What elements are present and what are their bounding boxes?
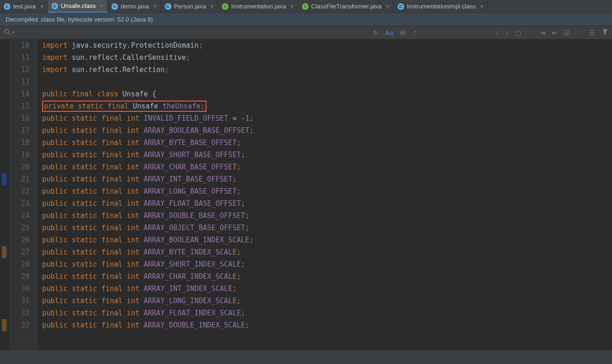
code-line[interactable]: import sun.reflect.CallerSensitive; bbox=[42, 51, 612, 64]
code-line[interactable]: public static final int ARRAY_FLOAT_BASE… bbox=[42, 197, 612, 210]
line-number: 24 bbox=[10, 210, 29, 222]
line-number: 13 bbox=[10, 76, 29, 88]
export-icon[interactable]: ▢ bbox=[515, 29, 521, 36]
tabs-bar: Ctest.java×CUnsafe.class×Cdemo.java×CPer… bbox=[0, 0, 612, 13]
code-line[interactable]: public static final int ARRAY_BYTE_BASE_… bbox=[42, 137, 612, 149]
line-number: 16 bbox=[10, 112, 29, 124]
refresh-icon[interactable]: ↻ bbox=[373, 29, 378, 36]
line-number: 15 bbox=[10, 100, 29, 112]
line-number: 18 bbox=[10, 137, 29, 149]
close-icon[interactable]: × bbox=[40, 3, 44, 10]
file-icon: C bbox=[398, 3, 404, 10]
code-editor[interactable]: 1011121314151617181920212223242526272829… bbox=[0, 39, 612, 350]
file-icon: C bbox=[165, 3, 171, 10]
code-line[interactable]: public static final int ARRAY_INT_INDEX_… bbox=[42, 283, 612, 295]
line-number: 20 bbox=[10, 161, 29, 173]
line-number: 19 bbox=[10, 149, 29, 161]
close-icon[interactable]: × bbox=[480, 3, 484, 10]
code-line[interactable]: import java.security.ProtectionDomain; bbox=[42, 39, 612, 51]
match-case-button[interactable]: Aa bbox=[385, 29, 393, 36]
inspect-icon[interactable]: ⇥ bbox=[540, 29, 546, 36]
line-number: 11 bbox=[10, 51, 29, 64]
tab-label: Unsafe.class bbox=[61, 2, 96, 9]
code-line[interactable] bbox=[42, 76, 612, 88]
highlighted-line: private static final Unsafe theUnsafe; bbox=[42, 101, 206, 112]
file-icon: C bbox=[4, 3, 10, 10]
code-line[interactable]: public final class Unsafe { bbox=[42, 88, 612, 100]
line-number: 25 bbox=[10, 222, 29, 234]
tab-label: ClassFileTransformer.java bbox=[311, 3, 382, 10]
tab-test-java[interactable]: Ctest.java× bbox=[0, 0, 48, 13]
whole-word-button[interactable]: W bbox=[399, 29, 406, 36]
info-bar: Decompiled .class file, bytecode version… bbox=[0, 13, 612, 26]
file-icon: I bbox=[302, 3, 309, 10]
regex-button[interactable]: .* bbox=[413, 29, 417, 36]
code-line[interactable]: public static final int ARRAY_SHORT_BASE… bbox=[42, 149, 612, 161]
check-icon[interactable]: ☑ bbox=[564, 29, 570, 36]
code-line[interactable]: import sun.reflect.Reflection; bbox=[42, 64, 612, 76]
search-icon[interactable]: ▾ bbox=[4, 29, 15, 36]
code-line[interactable]: public static final int ARRAY_DOUBLE_BAS… bbox=[42, 210, 612, 222]
code-line[interactable]: public static final int ARRAY_DOUBLE_IND… bbox=[42, 319, 612, 331]
code-line[interactable]: public static final int ARRAY_CHAR_INDEX… bbox=[42, 270, 612, 283]
tab-label: demo.java bbox=[121, 3, 149, 10]
tab-InstrumentationImpl-class[interactable]: CInstrumentationImpl.class× bbox=[394, 0, 488, 13]
code-line[interactable]: public static final int ARRAY_CHAR_BASE_… bbox=[42, 161, 612, 173]
line-number: 10 bbox=[10, 39, 29, 51]
code-line[interactable]: private static final Unsafe theUnsafe; bbox=[42, 100, 612, 112]
arrow-down-icon[interactable]: ↓ bbox=[505, 29, 509, 36]
inspect2-icon[interactable]: ⇤ bbox=[552, 29, 558, 36]
code-line[interactable]: public static final int ARRAY_BOOLEAN_BA… bbox=[42, 124, 612, 137]
code-line[interactable]: public static final int ARRAY_OBJECT_BAS… bbox=[42, 222, 612, 234]
svg-line-1 bbox=[8, 33, 10, 35]
tab-Person-java[interactable]: CPerson.java× bbox=[161, 0, 218, 13]
code-line[interactable]: public static final int ARRAY_LONG_INDEX… bbox=[42, 295, 612, 307]
line-number: 26 bbox=[10, 234, 29, 246]
close-icon[interactable]: × bbox=[290, 3, 294, 10]
close-icon[interactable]: × bbox=[386, 3, 390, 10]
editor-toolbar: ▾ ↻ Aa W .* ↑ ↓ ▢ ⇥ ⇤ ☑ ☰ bbox=[0, 26, 612, 39]
close-icon[interactable]: × bbox=[210, 3, 214, 10]
line-number: 12 bbox=[10, 64, 29, 76]
line-number: 29 bbox=[10, 270, 29, 283]
status-bar bbox=[0, 350, 612, 364]
line-number: 22 bbox=[10, 185, 29, 197]
close-icon[interactable]: × bbox=[153, 3, 157, 10]
line-number: 21 bbox=[10, 173, 29, 185]
tab-demo-java[interactable]: Cdemo.java× bbox=[108, 0, 161, 13]
line-number: 30 bbox=[10, 283, 29, 295]
tab-label: InstrumentationImpl.class bbox=[407, 3, 476, 10]
tab-Unsafe-class[interactable]: CUnsafe.class× bbox=[48, 0, 108, 13]
filter-icon[interactable] bbox=[602, 29, 608, 36]
tab-label: Instrumentation.java bbox=[231, 3, 286, 10]
settings-icon[interactable]: ☰ bbox=[589, 29, 595, 36]
code-line[interactable]: public static final int ARRAY_INT_BASE_O… bbox=[42, 173, 612, 185]
tab-Instrumentation-java[interactable]: IInstrumentation.java× bbox=[218, 0, 298, 13]
tab-ClassFileTransformer-java[interactable]: IClassFileTransformer.java× bbox=[298, 0, 394, 13]
line-number: 32 bbox=[10, 307, 29, 319]
line-number: 14 bbox=[10, 88, 29, 100]
line-number: 31 bbox=[10, 295, 29, 307]
line-marker bbox=[2, 173, 7, 185]
code-line[interactable]: public static final int ARRAY_BOOLEAN_IN… bbox=[42, 234, 612, 246]
arrow-up-icon[interactable]: ↑ bbox=[495, 29, 499, 36]
left-margin bbox=[0, 39, 10, 350]
code-line[interactable]: public static final int ARRAY_FLOAT_INDE… bbox=[42, 307, 612, 319]
line-marker bbox=[2, 319, 7, 331]
file-icon: C bbox=[52, 3, 58, 9]
line-number: 33 bbox=[10, 319, 29, 331]
line-number: 28 bbox=[10, 258, 29, 270]
code-area[interactable]: import java.security.ProtectionDomain;im… bbox=[37, 39, 612, 350]
line-number: 17 bbox=[10, 124, 29, 137]
tab-label: Person.java bbox=[174, 3, 206, 10]
code-line[interactable]: public static final int ARRAY_LONG_BASE_… bbox=[42, 185, 612, 197]
svg-point-0 bbox=[5, 29, 9, 34]
line-number: 27 bbox=[10, 246, 29, 258]
code-line[interactable]: public static final int ARRAY_SHORT_INDE… bbox=[42, 258, 612, 270]
code-line[interactable]: public static final int INVALID_FIELD_OF… bbox=[42, 112, 612, 124]
line-number: 23 bbox=[10, 197, 29, 210]
file-icon: C bbox=[111, 3, 118, 10]
close-icon[interactable]: × bbox=[100, 2, 103, 9]
code-line[interactable]: public static final int ARRAY_BYTE_INDEX… bbox=[42, 246, 612, 258]
line-numbers: 1011121314151617181920212223242526272829… bbox=[10, 39, 37, 350]
